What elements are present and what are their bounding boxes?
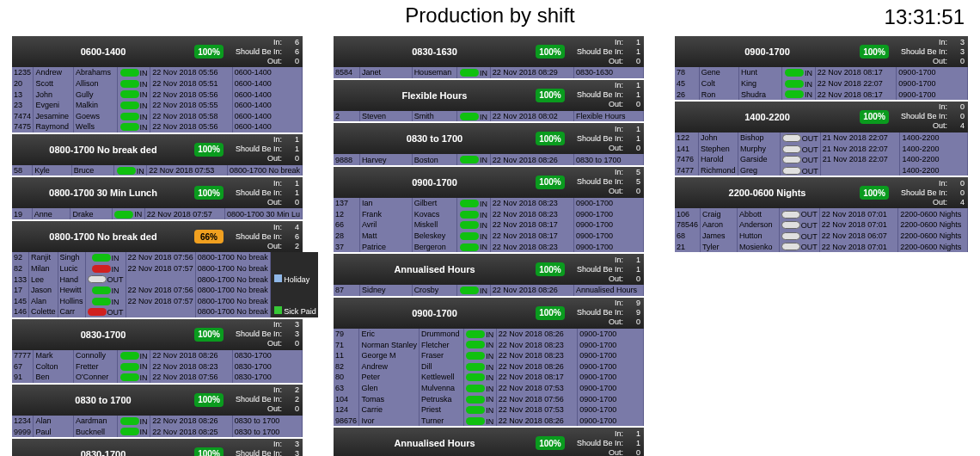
table-row[interactable]: 7474JesamineGoewsIN22 Nov 2018 05:580600…: [12, 111, 303, 122]
table-row[interactable]: 37PatriceBergeronIN22 Nov 2018 08:230900…: [334, 241, 643, 252]
table-row[interactable]: 80PeterKettlewellIN22 Nov 2018 08:170900…: [334, 372, 643, 383]
table-row[interactable]: 17JasonHewittIN22 Nov 2018 07:560800-170…: [12, 285, 318, 296]
emp-id: 19: [12, 208, 32, 219]
table-row[interactable]: 26RonShudraIN22 Nov 2018 08:170900-1700: [675, 89, 968, 100]
status-text: OUT: [801, 243, 818, 251]
emp-status: IN: [117, 67, 150, 78]
emp-first: John: [34, 89, 74, 100]
emp-id: 9999: [12, 426, 34, 437]
emp-status: IN: [117, 360, 150, 372]
table-row[interactable]: 8584JanetHousemanIN22 Nov 2018 08:290830…: [334, 67, 643, 78]
shift-block: 0900-1700100%In:3Should Be In:3Out:078Ge…: [675, 36, 968, 100]
stat-in-val: 4: [289, 223, 299, 232]
stat-in-val: 0: [954, 102, 965, 112]
stat-should-val: 9: [630, 308, 640, 317]
emp-first: Gene: [699, 67, 738, 78]
table-row[interactable]: 104TomasPetruskaIN22 Nov 2018 07:560900-…: [334, 393, 643, 404]
emp-shift: 1400-2200: [900, 132, 968, 144]
table-row[interactable]: 98676IvorTurnerIN22 Nov 2018 08:260900-1…: [334, 416, 643, 427]
table-row[interactable]: 68JamesHuttonOUT22 Nov 2018 06:072200-06…: [675, 231, 968, 242]
emp-status: IN: [457, 67, 490, 78]
page-title: Production by shift: [405, 3, 574, 28]
shift-stats: In:1Should Be In:1Out:0: [570, 429, 644, 456]
table-row[interactable]: 67ColtonFretterIN22 Nov 2018 08:230830-1…: [12, 360, 303, 372]
table-row[interactable]: 9999PaulBucknellIN22 Nov 2018 08:250830 …: [12, 426, 303, 437]
emp-last: Bucknell: [74, 426, 118, 437]
table-row[interactable]: 66AvrilMiskellIN22 Nov 2018 08:170900-17…: [334, 219, 643, 231]
shift-name: 0600-1400: [12, 46, 194, 57]
emp-last: Dill: [419, 361, 463, 373]
emp-time: 22 Nov 2018 22:07: [815, 78, 897, 89]
table-row[interactable]: 9888HarveyBostonIN22 Nov 2018 08:260830 …: [334, 154, 643, 165]
table-row[interactable]: 63GlenMulvennaIN22 Nov 2018 07:530900-17…: [334, 383, 643, 394]
table-row[interactable]: 91BenO'ConnerIN22 Nov 2018 07:560830-170…: [12, 372, 303, 383]
stat-in-val: 2: [289, 385, 299, 395]
table-row[interactable]: 58KyleBruceIN22 Nov 2018 07:530800-1700 …: [12, 165, 303, 176]
emp-first: Steven: [359, 111, 412, 122]
table-row[interactable]: 82MilanLucicIN22 Nov 2018 07:570800-1700…: [12, 263, 318, 274]
table-row[interactable]: 28MattBeleskeyIN22 Nov 2018 08:170900-17…: [334, 231, 643, 242]
table-row[interactable]: 1234AlanAardmanIN22 Nov 2018 08:260830 t…: [12, 416, 303, 427]
table-row[interactable]: 92RanjitSinghIN22 Nov 2018 07:560800-170…: [12, 252, 318, 263]
emp-status: IN: [117, 78, 150, 89]
table-row[interactable]: 106CraigAbbottOUT22 Nov 2018 07:012200-0…: [675, 208, 968, 219]
table-row[interactable]: 141StephenMurphyOUT21 Nov 2018 22:071400…: [675, 144, 968, 155]
emp-status: IN: [114, 165, 147, 176]
stat-should-val: 0: [954, 112, 965, 121]
stat-out-val: 0: [630, 317, 640, 327]
emp-shift: 0900-1700: [578, 350, 644, 361]
table-row[interactable]: 82AndrewDillIN22 Nov 2018 08:260900-1700: [334, 361, 643, 373]
stat-out-label: Out:: [570, 100, 623, 109]
emp-time: 22 Nov 2018 08:26: [150, 350, 232, 361]
emp-time: 22 Nov 2018 08:23: [496, 339, 578, 350]
emp-last: Mosienko: [738, 241, 780, 252]
stat-out-val: 0: [630, 187, 640, 196]
shift-name: Flexible Hours: [334, 90, 536, 101]
table-row[interactable]: 13JohnGullyIN22 Nov 2018 05:560600-1400: [12, 89, 303, 100]
table-row[interactable]: 7476HaroldGarsideOUT21 Nov 2018 22:07140…: [675, 154, 968, 165]
table-row[interactable]: 12FrankKovacsIN22 Nov 2018 08:230900-170…: [334, 209, 643, 220]
status-pill: [120, 123, 139, 131]
table-row[interactable]: 20ScottAllisonIN22 Nov 2018 05:510600-14…: [12, 78, 303, 89]
table-row[interactable]: 21TylerMosienkoOUT22 Nov 2018 07:012200-…: [675, 241, 968, 252]
table-row[interactable]: 7777MarkConnollyIN22 Nov 2018 08:260830-…: [12, 350, 303, 361]
table-row[interactable]: 2StevenSmithIN22 Nov 2018 08:02Flexible …: [334, 111, 643, 122]
table-row[interactable]: 78GeneHuntIN22 Nov 2018 08:170900-1700: [675, 67, 968, 78]
emp-status: IN: [85, 285, 126, 296]
emp-shift: 0900-1700: [578, 404, 644, 416]
stat-out-val: 4: [954, 198, 965, 207]
shift-header: 0800-1700 30 Min Lunch100%In:1Should Be …: [12, 177, 303, 208]
table-row[interactable]: 45ColtKingIN22 Nov 2018 22:070900-1700: [675, 78, 968, 89]
table-row[interactable]: 7475RaymondWellsIN22 Nov 2018 05:560600-…: [12, 121, 303, 132]
table-row[interactable]: 79EricDrummondIN22 Nov 2018 08:260900-17…: [334, 329, 643, 340]
shift-pct-badge: 100%: [536, 436, 565, 450]
table-row[interactable]: 133LeeHandOUT0800-1700 No break Holiday: [12, 274, 318, 285]
stat-should-label: Should Be In:: [229, 449, 282, 456]
table-row[interactable]: 7477RichmondGregOUT1400-2200: [675, 165, 968, 176]
emp-shift: Annualised Hours: [573, 285, 643, 296]
table-row[interactable]: 19AnneDrakeIN22 Nov 2018 07:570800-1700 …: [12, 208, 303, 219]
table-row[interactable]: 23EvgeniMalkinIN22 Nov 2018 05:550600-14…: [12, 100, 303, 111]
emp-time: 22 Nov 2018 08:26: [496, 329, 578, 340]
table-row[interactable]: 78546AaronAndersonOUT22 Nov 2018 07:0122…: [675, 219, 968, 231]
table-row[interactable]: 87SidneyCrosbyIN22 Nov 2018 08:26Annuali…: [334, 285, 643, 296]
table-row[interactable]: 124CarriePriestIN22 Nov 2018 07:530900-1…: [334, 404, 643, 416]
table-row[interactable]: 146ColetteCarrOUT0800-1700 No break Sick…: [12, 306, 318, 317]
stat-out-label: Out:: [229, 57, 282, 66]
table-row[interactable]: 1235AndrewAbrahamsIN22 Nov 2018 05:56060…: [12, 67, 303, 78]
status-text: IN: [140, 362, 148, 371]
emp-shift: 1400-2200: [900, 165, 968, 176]
emp-time: [126, 274, 195, 285]
emp-first: Evgeni: [34, 100, 74, 111]
shift-name: 0830-1630: [334, 46, 536, 57]
table-row[interactable]: 137IanGilbertIN22 Nov 2018 08:230900-170…: [334, 198, 643, 209]
emp-status: IN: [457, 154, 490, 165]
table-row[interactable]: 145AlanHollinsIN22 Nov 2018 07:570800-17…: [12, 296, 318, 307]
emp-time: 22 Nov 2018 07:57: [144, 208, 224, 219]
employee-table: 8584JanetHousemanIN22 Nov 2018 08:290830…: [334, 67, 644, 78]
table-row[interactable]: 11George MFraserIN22 Nov 2018 08:230900-…: [334, 350, 643, 361]
stat-out-val: 0: [289, 339, 299, 348]
emp-shift: 0800-1700 No break: [195, 274, 270, 285]
table-row[interactable]: 71Norman StanleyFletcherIN22 Nov 2018 08…: [334, 339, 643, 350]
table-row[interactable]: 122JohnBishopOUT21 Nov 2018 22:071400-22…: [675, 132, 968, 144]
